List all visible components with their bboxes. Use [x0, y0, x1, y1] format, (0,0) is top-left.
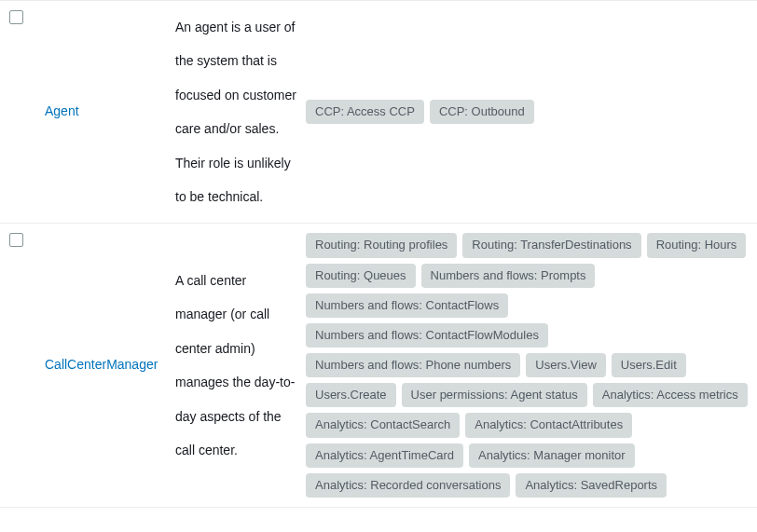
- checkbox-cell: [9, 233, 45, 252]
- name-cell: CallCenterManager: [45, 233, 175, 498]
- permission-badge: Numbers and flows: ContactFlows: [306, 293, 508, 318]
- permission-badge: Numbers and flows: ContactFlowModules: [306, 323, 548, 348]
- profile-name-link[interactable]: Agent: [45, 102, 79, 121]
- permission-badge: Analytics: Recorded conversations: [306, 473, 510, 498]
- table-row: AgentAn agent is a user of the system th…: [0, 0, 757, 224]
- table-row: CallCenterManagerA call center manager (…: [0, 224, 757, 508]
- permission-badge: Analytics: SavedReports: [516, 473, 667, 498]
- permission-badge: Analytics: ContactSearch: [306, 413, 460, 437]
- permissions-cell: Routing: Routing profilesRouting: Transf…: [306, 233, 757, 498]
- permissions-cell: CCP: Access CCPCCP: Outbound: [306, 10, 757, 213]
- profile-name-link[interactable]: CallCenterManager: [45, 356, 158, 375]
- description-cell: An agent is a user of the system that is…: [175, 10, 306, 213]
- permission-badge: CCP: Outbound: [430, 100, 534, 124]
- permission-badge: User permissions: Agent status: [402, 383, 587, 407]
- permission-badge: Numbers and flows: Prompts: [421, 264, 596, 288]
- permission-badge: Users.Edit: [612, 353, 686, 377]
- permission-badge: Analytics: Access metrics: [593, 383, 748, 407]
- permission-badge: Users.Create: [306, 383, 396, 407]
- description-cell: A call center manager (or call center ad…: [175, 233, 306, 498]
- permission-badge: CCP: Access CCP: [306, 100, 424, 124]
- permission-badge: Analytics: ContactAttributes: [465, 413, 632, 437]
- permission-badge: Routing: TransferDestinations: [462, 233, 640, 257]
- permission-badge: Routing: Hours: [647, 233, 747, 257]
- checkbox-cell: [9, 10, 45, 30]
- permission-badge: Users.View: [526, 353, 606, 377]
- permission-badge: Analytics: AgentTimeCard: [306, 443, 463, 468]
- row-checkbox[interactable]: [9, 10, 23, 24]
- permission-badge: Routing: Routing profiles: [306, 233, 457, 257]
- permission-badge: Routing: Queues: [306, 264, 416, 288]
- permission-badge: Analytics: Manager monitor: [469, 443, 635, 468]
- permission-badge: Numbers and flows: Phone numbers: [306, 353, 520, 377]
- row-checkbox[interactable]: [9, 233, 23, 247]
- name-cell: Agent: [45, 10, 175, 213]
